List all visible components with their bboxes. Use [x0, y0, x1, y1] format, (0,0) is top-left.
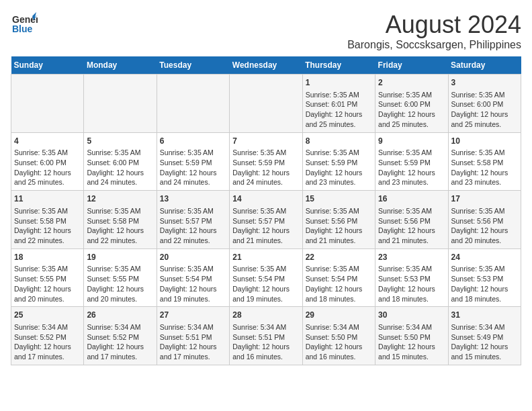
calendar-cell: 29Sunrise: 5:34 AM Sunset: 5:50 PM Dayli… — [302, 307, 375, 365]
calendar-cell: 17Sunrise: 5:35 AM Sunset: 5:56 PM Dayli… — [448, 191, 521, 249]
calendar-cell: 1Sunrise: 5:35 AM Sunset: 6:01 PM Daylig… — [302, 75, 375, 133]
calendar-cell: 20Sunrise: 5:35 AM Sunset: 5:54 PM Dayli… — [157, 248, 229, 307]
day-number: 17 — [451, 193, 518, 205]
header-friday: Friday — [375, 56, 448, 75]
calendar-cell: 14Sunrise: 5:35 AM Sunset: 5:57 PM Dayli… — [230, 191, 302, 249]
day-number: 18 — [14, 252, 81, 263]
day-info: Sunrise: 5:35 AM Sunset: 5:54 PM Dayligh… — [306, 264, 372, 304]
calendar-cell: 22Sunrise: 5:35 AM Sunset: 5:54 PM Dayli… — [302, 248, 375, 307]
calendar-cell: 31Sunrise: 5:34 AM Sunset: 5:49 PM Dayli… — [448, 307, 521, 365]
day-info: Sunrise: 5:35 AM Sunset: 5:58 PM Dayligh… — [451, 148, 518, 187]
title-block: August 2024 Barongis, Soccsksargen, Phil… — [347, 11, 521, 51]
calendar-cell: 27Sunrise: 5:34 AM Sunset: 5:51 PM Dayli… — [157, 307, 229, 365]
day-info: Sunrise: 5:35 AM Sunset: 5:56 PM Dayligh… — [378, 206, 445, 246]
page-header: General Blue August 2024 Barongis, Soccs… — [11, 11, 521, 51]
day-info: Sunrise: 5:34 AM Sunset: 5:52 PM Dayligh… — [87, 322, 153, 362]
logo: General Blue — [11, 11, 38, 40]
calendar-cell: 6Sunrise: 5:35 AM Sunset: 5:59 PM Daylig… — [157, 132, 229, 191]
day-number: 13 — [160, 193, 226, 205]
header-tuesday: Tuesday — [157, 56, 229, 75]
day-number: 4 — [14, 136, 81, 147]
header-sunday: Sunday — [11, 56, 84, 75]
day-number: 23 — [378, 252, 445, 263]
day-info: Sunrise: 5:35 AM Sunset: 5:54 PM Dayligh… — [160, 264, 226, 304]
header-thursday: Thursday — [302, 56, 375, 75]
day-number: 6 — [160, 136, 226, 147]
day-number: 7 — [232, 136, 299, 147]
calendar-cell: 8Sunrise: 5:35 AM Sunset: 5:59 PM Daylig… — [302, 132, 375, 191]
day-info: Sunrise: 5:35 AM Sunset: 6:00 PM Dayligh… — [451, 90, 518, 130]
day-number: 1 — [306, 77, 372, 89]
header-saturday: Saturday — [448, 56, 521, 75]
day-info: Sunrise: 5:35 AM Sunset: 5:53 PM Dayligh… — [451, 264, 518, 304]
calendar-cell — [84, 75, 157, 133]
calendar-cell: 2Sunrise: 5:35 AM Sunset: 6:00 PM Daylig… — [375, 75, 448, 133]
day-number: 2 — [378, 77, 445, 89]
day-number: 9 — [378, 136, 445, 147]
day-info: Sunrise: 5:35 AM Sunset: 5:56 PM Dayligh… — [306, 206, 372, 246]
calendar-cell: 7Sunrise: 5:35 AM Sunset: 5:59 PM Daylig… — [230, 132, 302, 191]
day-info: Sunrise: 5:34 AM Sunset: 5:49 PM Dayligh… — [451, 322, 518, 362]
day-number: 15 — [306, 193, 372, 205]
day-number: 14 — [232, 193, 299, 205]
day-number: 20 — [160, 252, 226, 263]
day-info: Sunrise: 5:35 AM Sunset: 6:01 PM Dayligh… — [306, 90, 372, 130]
calendar-cell: 5Sunrise: 5:35 AM Sunset: 6:00 PM Daylig… — [84, 132, 157, 191]
calendar-cell: 28Sunrise: 5:34 AM Sunset: 5:51 PM Dayli… — [230, 307, 302, 365]
calendar-week-row: 25Sunrise: 5:34 AM Sunset: 5:52 PM Dayli… — [11, 307, 521, 365]
calendar-week-row: 18Sunrise: 5:35 AM Sunset: 5:55 PM Dayli… — [11, 248, 521, 307]
day-info: Sunrise: 5:35 AM Sunset: 5:58 PM Dayligh… — [87, 206, 153, 246]
calendar-cell: 24Sunrise: 5:35 AM Sunset: 5:53 PM Dayli… — [448, 248, 521, 307]
calendar-cell — [157, 75, 229, 133]
day-number: 24 — [451, 252, 518, 263]
svg-text:Blue: Blue — [12, 24, 33, 34]
day-info: Sunrise: 5:35 AM Sunset: 5:58 PM Dayligh… — [14, 206, 81, 246]
day-number: 19 — [87, 252, 153, 263]
day-info: Sunrise: 5:34 AM Sunset: 5:50 PM Dayligh… — [378, 322, 445, 362]
calendar-cell: 30Sunrise: 5:34 AM Sunset: 5:50 PM Dayli… — [375, 307, 448, 365]
calendar-table: SundayMondayTuesdayWednesdayThursdayFrid… — [11, 56, 521, 365]
day-number: 27 — [160, 310, 226, 321]
day-info: Sunrise: 5:35 AM Sunset: 6:00 PM Dayligh… — [378, 90, 445, 130]
day-number: 12 — [87, 193, 153, 205]
day-info: Sunrise: 5:35 AM Sunset: 5:56 PM Dayligh… — [451, 206, 518, 246]
calendar-cell: 10Sunrise: 5:35 AM Sunset: 5:58 PM Dayli… — [448, 132, 521, 191]
calendar-cell: 23Sunrise: 5:35 AM Sunset: 5:53 PM Dayli… — [375, 248, 448, 307]
page-subtitle: Barongis, Soccsksargen, Philippines — [347, 39, 521, 51]
calendar-cell: 21Sunrise: 5:35 AM Sunset: 5:54 PM Dayli… — [230, 248, 302, 307]
calendar-week-row: 4Sunrise: 5:35 AM Sunset: 6:00 PM Daylig… — [11, 132, 521, 191]
day-info: Sunrise: 5:35 AM Sunset: 5:59 PM Dayligh… — [306, 148, 372, 187]
header-monday: Monday — [84, 56, 157, 75]
day-info: Sunrise: 5:34 AM Sunset: 5:52 PM Dayligh… — [14, 322, 81, 362]
calendar-cell: 18Sunrise: 5:35 AM Sunset: 5:55 PM Dayli… — [11, 248, 84, 307]
calendar-cell — [11, 75, 84, 133]
day-number: 11 — [14, 193, 81, 205]
day-info: Sunrise: 5:35 AM Sunset: 6:00 PM Dayligh… — [87, 148, 153, 187]
day-number: 22 — [306, 252, 372, 263]
day-info: Sunrise: 5:35 AM Sunset: 5:57 PM Dayligh… — [160, 206, 226, 246]
day-number: 3 — [451, 77, 518, 89]
calendar-cell: 25Sunrise: 5:34 AM Sunset: 5:52 PM Dayli… — [11, 307, 84, 365]
calendar-cell: 13Sunrise: 5:35 AM Sunset: 5:57 PM Dayli… — [157, 191, 229, 249]
day-info: Sunrise: 5:34 AM Sunset: 5:51 PM Dayligh… — [232, 322, 299, 362]
calendar-week-row: 1Sunrise: 5:35 AM Sunset: 6:01 PM Daylig… — [11, 75, 521, 133]
calendar-header-row: SundayMondayTuesdayWednesdayThursdayFrid… — [11, 56, 521, 75]
day-info: Sunrise: 5:34 AM Sunset: 5:50 PM Dayligh… — [306, 322, 372, 362]
day-number: 21 — [232, 252, 299, 263]
day-number: 10 — [451, 136, 518, 147]
calendar-week-row: 11Sunrise: 5:35 AM Sunset: 5:58 PM Dayli… — [11, 191, 521, 249]
day-info: Sunrise: 5:35 AM Sunset: 5:57 PM Dayligh… — [232, 206, 299, 246]
day-info: Sunrise: 5:35 AM Sunset: 5:53 PM Dayligh… — [378, 264, 445, 304]
calendar-cell — [230, 75, 302, 133]
calendar-cell: 9Sunrise: 5:35 AM Sunset: 5:59 PM Daylig… — [375, 132, 448, 191]
calendar-cell: 12Sunrise: 5:35 AM Sunset: 5:58 PM Dayli… — [84, 191, 157, 249]
calendar-cell: 11Sunrise: 5:35 AM Sunset: 5:58 PM Dayli… — [11, 191, 84, 249]
day-info: Sunrise: 5:35 AM Sunset: 6:00 PM Dayligh… — [14, 148, 81, 187]
day-number: 28 — [232, 310, 299, 321]
day-number: 5 — [87, 136, 153, 147]
day-number: 26 — [87, 310, 153, 321]
day-number: 31 — [451, 310, 518, 321]
calendar-cell: 4Sunrise: 5:35 AM Sunset: 6:00 PM Daylig… — [11, 132, 84, 191]
day-info: Sunrise: 5:35 AM Sunset: 5:54 PM Dayligh… — [232, 264, 299, 304]
day-info: Sunrise: 5:35 AM Sunset: 5:59 PM Dayligh… — [232, 148, 299, 187]
